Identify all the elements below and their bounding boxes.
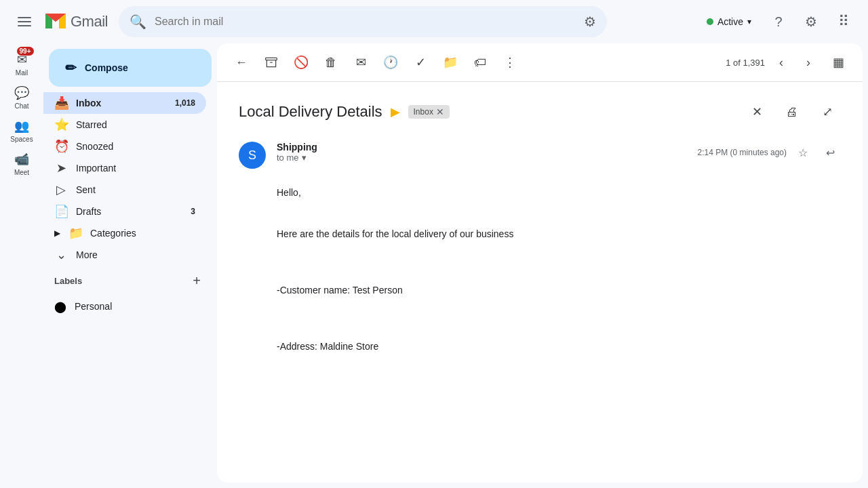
- task-button[interactable]: ✓: [407, 49, 434, 76]
- label-dot-personal: ⬤: [54, 300, 66, 313]
- help-button[interactable]: ?: [765, 8, 792, 35]
- archive-button[interactable]: [258, 49, 285, 76]
- nav-icon-drafts: 📄: [54, 204, 68, 219]
- nav-icon-starred: ⭐: [54, 117, 68, 132]
- email-meta-right: 2:14 PM (0 minutes ago) ☆ ↩: [698, 142, 841, 163]
- nav-icon-snoozed: ⏰: [54, 139, 68, 154]
- sidebar-item-more[interactable]: ⌄More: [43, 244, 206, 266]
- labels-section: Labels +: [43, 266, 217, 296]
- nav-label-more: More: [76, 249, 195, 260]
- email-time: 2:14 PM (0 minutes ago): [698, 148, 787, 157]
- sidebar-item-categories[interactable]: ▶📁Categories: [43, 222, 206, 244]
- nav-label-important: Important: [76, 163, 195, 174]
- search-options-icon[interactable]: ⚙: [584, 14, 596, 30]
- nav-spaces[interactable]: 👥 Spaces: [0, 115, 43, 146]
- inbox-tag: Inbox ✕: [408, 105, 450, 119]
- chat-view-button[interactable]: ▦: [825, 49, 852, 76]
- close-email-button[interactable]: ✕: [743, 98, 770, 125]
- svg-rect-2: [18, 25, 31, 26]
- print-button[interactable]: 🖨: [778, 98, 806, 125]
- mail-label: Mail: [16, 69, 28, 77]
- sidebar-item-drafts[interactable]: 📄Drafts3: [43, 201, 206, 222]
- nav-chat[interactable]: 💬 Chat: [0, 82, 43, 113]
- nav-icon-sent: ▷: [54, 182, 68, 197]
- sidebar-item-starred[interactable]: ⭐Starred: [43, 114, 206, 136]
- prev-email-button[interactable]: ‹: [768, 49, 795, 76]
- chat-label: Chat: [14, 102, 28, 110]
- move-button[interactable]: 📁: [437, 49, 464, 76]
- reply-button[interactable]: ↩: [819, 142, 841, 163]
- compose-icon: ✏: [65, 60, 77, 76]
- sidebar-item-snoozed[interactable]: ⏰Snoozed: [43, 136, 206, 157]
- sender-initial: S: [248, 148, 256, 163]
- sidebar-item-important[interactable]: ➤Important: [43, 157, 206, 179]
- svg-rect-0: [18, 17, 31, 18]
- nav-mail[interactable]: ✉ 99+ Mail: [0, 49, 43, 79]
- nav-label-inbox: Inbox: [76, 98, 167, 108]
- menu-button[interactable]: [11, 8, 38, 35]
- email-subject-area: Local Delivery Details ▶ Inbox ✕ ✕ 🖨 ⤢: [239, 98, 841, 125]
- nav-icon-more: ⌄: [54, 247, 68, 262]
- sidebar-item-sent[interactable]: ▷Sent: [43, 179, 206, 201]
- inbox-tag-label: Inbox: [414, 107, 433, 117]
- sidebar-item-inbox[interactable]: 📥Inbox1,018: [43, 92, 206, 114]
- status-button[interactable]: Active ▾: [698, 11, 760, 33]
- left-nav: ✉ 99+ Mail 💬 Chat 👥 Spaces 📹 Meet: [0, 43, 43, 488]
- next-email-button[interactable]: ›: [795, 49, 822, 76]
- app-name-label: Gmail: [71, 13, 108, 30]
- delete-button[interactable]: 🗑: [317, 49, 344, 76]
- spam-button[interactable]: 🚫: [288, 49, 315, 76]
- email-main-content: Local Delivery Details ▶ Inbox ✕ ✕ 🖨 ⤢ S…: [217, 82, 863, 483]
- search-icon: 🔍: [130, 14, 146, 30]
- body-line: Hello,: [277, 185, 841, 200]
- back-button[interactable]: ←: [228, 49, 255, 76]
- sender-avatar: S: [239, 142, 266, 169]
- compose-button[interactable]: ✏ Compose: [49, 49, 212, 87]
- gmail-logo[interactable]: Gmail: [43, 9, 108, 34]
- expand-icon: ▶: [54, 228, 60, 238]
- apps-button[interactable]: ⠿: [830, 8, 857, 35]
- more-options-button[interactable]: ⋮: [496, 49, 524, 76]
- meet-label: Meet: [14, 169, 29, 176]
- forward-icon: ▶: [391, 104, 400, 119]
- labels-button[interactable]: 🏷: [467, 49, 494, 76]
- email-header: S Shipping to me ▾ 2:14 PM (0 minutes ag…: [239, 142, 841, 169]
- nav-icon-categories: 📁: [68, 226, 82, 241]
- to-label: to me: [277, 152, 299, 163]
- nav-icon-inbox: 📥: [54, 96, 68, 110]
- mail-badge: 99+: [17, 47, 34, 56]
- star-button[interactable]: ☆: [792, 142, 814, 163]
- expand-button[interactable]: ⤢: [814, 98, 841, 125]
- sender-info: Shipping to me ▾: [277, 142, 687, 163]
- meet-icon: 📹: [14, 152, 29, 167]
- nav-label-sent: Sent: [76, 184, 195, 195]
- inbox-tag-close[interactable]: ✕: [436, 106, 444, 117]
- label-item-personal[interactable]: ⬤Personal: [43, 296, 206, 317]
- email-subject: Local Delivery Details: [239, 103, 382, 121]
- add-label-button[interactable]: +: [187, 271, 206, 290]
- email-count: 1 of 1,391: [726, 58, 765, 68]
- search-bar: 🔍 ⚙: [119, 6, 607, 37]
- email-toolbar: ← 🚫 🗑 ✉ 🕐 ✓ 📁 🏷 ⋮ 1 of 1,391 ‹ ›: [217, 43, 863, 82]
- nav-meet[interactable]: 📹 Meet: [0, 148, 43, 179]
- email-content-area: ← 🚫 🗑 ✉ 🕐 ✓ 📁 🏷 ⋮ 1 of 1,391 ‹ ›: [217, 43, 863, 483]
- nav-label-snoozed: Snoozed: [76, 141, 195, 152]
- nav-count-inbox: 1,018: [175, 98, 195, 108]
- spaces-label: Spaces: [10, 136, 33, 143]
- body-line: -Address: Maldine Store: [277, 339, 841, 354]
- mark-unread-button[interactable]: ✉: [347, 49, 374, 76]
- settings-button[interactable]: ⚙: [797, 8, 825, 35]
- labels-title: Labels: [54, 276, 82, 286]
- chevron-down-icon: ▾: [747, 17, 751, 26]
- nav-icon-important: ➤: [54, 161, 68, 176]
- email-body: Hello,Here are the details for the local…: [277, 185, 841, 354]
- sender-to[interactable]: to me ▾: [277, 152, 687, 163]
- nav-label-starred: Starred: [76, 119, 195, 130]
- snooze-button[interactable]: 🕐: [377, 49, 404, 76]
- sidebar: ✏ Compose 📥Inbox1,018⭐Starred⏰Snoozed➤Im…: [43, 43, 217, 488]
- nav-count-drafts: 3: [191, 207, 195, 216]
- label-name-personal: Personal: [75, 301, 195, 312]
- search-input[interactable]: [155, 16, 576, 28]
- body-line: -Customer name: Test Person: [277, 283, 841, 298]
- to-chevron: ▾: [302, 152, 307, 163]
